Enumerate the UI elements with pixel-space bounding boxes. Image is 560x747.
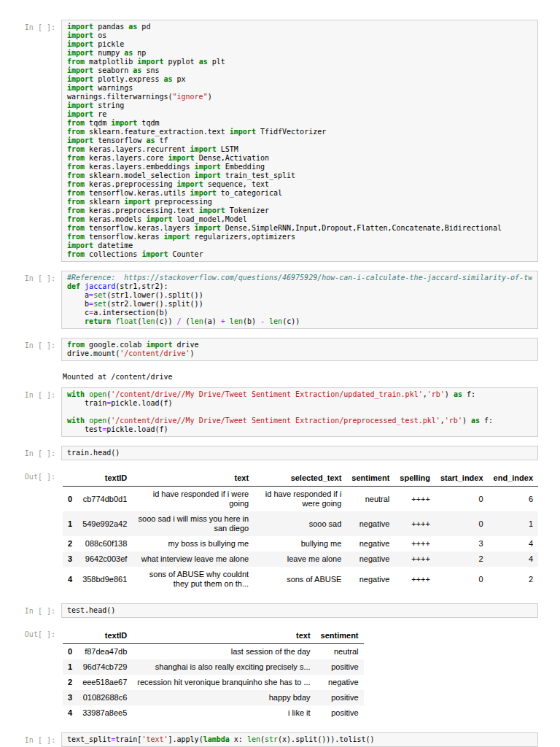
test-head-cell[interactable]: test.head() bbox=[61, 603, 538, 618]
table-cell: 96d74cb729 bbox=[77, 659, 132, 675]
column-header: sentiment bbox=[346, 471, 394, 487]
cell-prompt-in: In [ ]: bbox=[0, 271, 61, 283]
table-cell: negative bbox=[316, 675, 364, 690]
column-header: end_index bbox=[489, 471, 538, 487]
table-cell: 0 bbox=[435, 567, 489, 592]
table-row: 0f87dea47dblast session of the dayneutra… bbox=[63, 644, 364, 660]
table-cell: cb774db0d1 bbox=[77, 487, 132, 512]
column-header: selected_text bbox=[254, 471, 346, 487]
table-cell: ++++ bbox=[394, 536, 435, 551]
table-cell: ++++ bbox=[394, 567, 435, 592]
output-row: Out[ ]:textIDtextselected_textsentiments… bbox=[0, 469, 538, 592]
table-cell: ++++ bbox=[394, 511, 435, 536]
table-header-row: textIDtextselected_textsentimentspelling… bbox=[63, 471, 538, 487]
table-cell: bullying me bbox=[254, 536, 346, 551]
table-cell: 4 bbox=[489, 536, 538, 551]
train-head-cell[interactable]: train.head() bbox=[61, 446, 538, 460]
table-cell: negative bbox=[346, 567, 394, 592]
table-cell: 549e992a42 bbox=[77, 511, 132, 536]
table-cell: eee518ae67 bbox=[77, 675, 132, 690]
table-cell: positive bbox=[316, 659, 364, 675]
test-head-output: textIDtextsentiment0f87dea47dblast sessi… bbox=[61, 627, 538, 721]
table-cell: 2 bbox=[435, 551, 489, 567]
table-cell: ++++ bbox=[394, 551, 435, 567]
table-row: 4358bd9e861sons of ABUSE why couldnt the… bbox=[63, 567, 538, 592]
table-cell: neutral bbox=[316, 644, 364, 660]
table-cell: 9642c003ef bbox=[77, 551, 132, 567]
table-cell: i like it bbox=[132, 705, 315, 721]
table-cell: sooo sad bbox=[254, 511, 346, 536]
cell-row: In [ ]:train.head() bbox=[0, 446, 538, 460]
table-row: 196d74cb729shanghai is also really excit… bbox=[63, 659, 364, 675]
table-cell: id have responded if i were going bbox=[254, 487, 346, 512]
table-row: 39642c003efwhat interview leave me alone… bbox=[63, 551, 538, 567]
jaccard-cell[interactable]: #Reference: https://stackoverflow.com/qu… bbox=[61, 271, 538, 329]
cell-row: In [ ]:test.head() bbox=[0, 603, 538, 618]
index-header-cell bbox=[63, 471, 77, 487]
row-index: 4 bbox=[63, 567, 77, 592]
table-row: 1549e992a42sooo sad i will miss you here… bbox=[63, 511, 538, 536]
table-cell: happy bday bbox=[132, 690, 315, 705]
table-cell: id have responded if i were going bbox=[132, 487, 254, 512]
column-header: textID bbox=[77, 471, 132, 487]
column-header: spelling bbox=[394, 471, 435, 487]
table-row: 2eee518ae67recession hit veronique branq… bbox=[63, 675, 364, 690]
table-cell: negative bbox=[346, 551, 394, 567]
code-content: test.head() bbox=[67, 606, 532, 615]
cell-prompt-in: In [ ]: bbox=[0, 338, 61, 350]
cell-row: In [ ]:#Reference: https://stackoverflow… bbox=[0, 271, 538, 329]
row-index: 1 bbox=[63, 659, 77, 675]
table-cell: 2 bbox=[489, 567, 538, 592]
row-index: 0 bbox=[63, 487, 77, 512]
table-cell: sooo sad i will miss you here in san die… bbox=[132, 511, 254, 536]
table-cell: positive bbox=[316, 705, 364, 721]
notebook: In [ ]:import pandas as pd import os imp… bbox=[0, 0, 560, 747]
table-cell: 4 bbox=[489, 551, 538, 567]
row-index: 3 bbox=[63, 551, 77, 567]
table-cell: 01082688c6 bbox=[77, 690, 132, 705]
table-cell: 3 bbox=[435, 536, 489, 551]
cell-prompt-out bbox=[0, 370, 61, 374]
table-cell: negative bbox=[346, 511, 394, 536]
table-row: 433987a8ee5i like itpositive bbox=[63, 705, 364, 721]
code-content: import pandas as pd import os import pic… bbox=[67, 23, 532, 259]
column-header: text bbox=[132, 628, 315, 644]
table-cell: 33987a8ee5 bbox=[77, 705, 132, 721]
cell-prompt-out: Out[ ]: bbox=[0, 469, 61, 481]
code-content: text_split=train['text'].apply(lambda x:… bbox=[67, 735, 532, 744]
load-pickles-cell[interactable]: with open('/content/drive//My Drive/Twee… bbox=[61, 387, 538, 437]
dataframe-table: textIDtextsentiment0f87dea47dblast sessi… bbox=[63, 628, 364, 721]
table-cell: f87dea47db bbox=[77, 644, 132, 660]
table-header-row: textIDtextsentiment bbox=[63, 628, 364, 644]
cell-prompt-in: In [ ]: bbox=[0, 20, 61, 32]
row-index: 4 bbox=[63, 705, 77, 721]
table-cell: negative bbox=[346, 536, 394, 551]
table-cell: sons of ABUSE why couldnt they put them … bbox=[132, 567, 254, 592]
imports-cell[interactable]: import pandas as pd import os import pic… bbox=[61, 20, 538, 262]
column-header: textID bbox=[77, 628, 132, 644]
column-header: text bbox=[132, 471, 254, 487]
cell-prompt-in: In [ ]: bbox=[0, 446, 61, 458]
cell-row: In [ ]:import pandas as pd import os imp… bbox=[0, 20, 538, 262]
cell-prompt-in: In [ ]: bbox=[0, 603, 61, 616]
table-cell: neutral bbox=[346, 487, 394, 512]
text-split-cell[interactable]: text_split=train['text'].apply(lambda x:… bbox=[61, 732, 538, 747]
table-cell: positive bbox=[316, 690, 364, 705]
table-cell: 0 bbox=[435, 511, 489, 536]
drive-mount-cell[interactable]: from google.colab import drive drive.mou… bbox=[61, 338, 538, 361]
output-row: Out[ ]:textIDtextsentiment0f87dea47dblas… bbox=[0, 627, 538, 721]
table-row: 301082688c6happy bdaypositive bbox=[63, 690, 364, 705]
row-index: 0 bbox=[63, 644, 77, 660]
table-cell: 6 bbox=[489, 487, 538, 512]
table-row: 0cb774db0d1id have responded if i were g… bbox=[63, 487, 538, 512]
dataframe-table: textIDtextselected_textsentimentspelling… bbox=[63, 471, 538, 592]
code-content: #Reference: https://stackoverflow.com/qu… bbox=[67, 274, 532, 326]
table-cell: ++++ bbox=[394, 487, 435, 512]
cell-row: In [ ]:text_split=train['text'].apply(la… bbox=[0, 732, 538, 747]
table-cell: 1 bbox=[489, 511, 538, 536]
table-cell: sons of ABUSE bbox=[254, 567, 346, 592]
table-cell: 088c60f138 bbox=[77, 536, 132, 551]
column-header: start_index bbox=[435, 471, 489, 487]
row-index: 1 bbox=[63, 511, 77, 536]
table-cell: 0 bbox=[435, 487, 489, 512]
